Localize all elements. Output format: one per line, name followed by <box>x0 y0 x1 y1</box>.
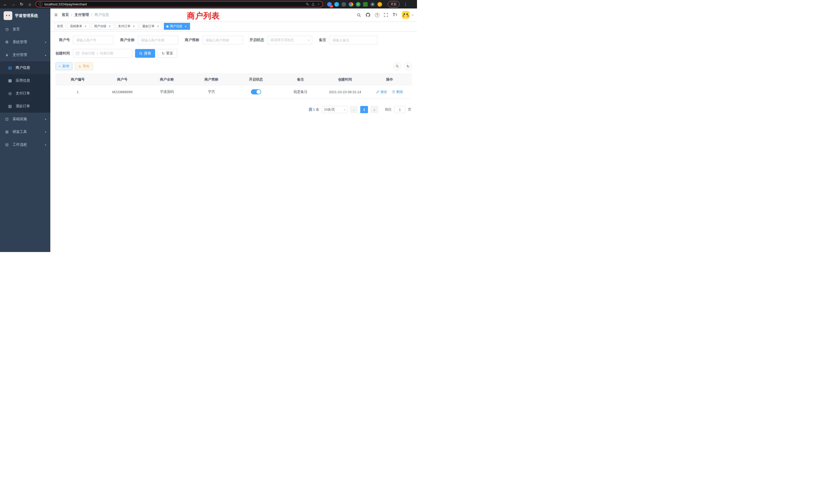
address-bar[interactable]: i localhost:1024/pay/merchant ☆ <box>36 1 323 7</box>
tab-merchant-info[interactable]: 商户信息 × <box>164 23 190 30</box>
create-time-range-picker[interactable]: 开始日期 - 结束日期 <box>73 49 132 58</box>
reset-button[interactable]: ↻ 重置 <box>158 49 177 58</box>
close-icon[interactable]: × <box>108 25 111 28</box>
remark-input[interactable] <box>329 36 377 44</box>
sidebar-item-infrastructure[interactable]: ⊡ 基础设施 ▾ <box>0 113 50 125</box>
logo-avatar <box>4 11 12 20</box>
sidebar-item-refund-order[interactable]: ▥ 退款订单 <box>0 100 50 113</box>
browser-back-icon[interactable]: ← <box>3 2 8 7</box>
prev-page-button[interactable]: ‹ <box>350 106 358 113</box>
export-button[interactable]: 导出 <box>75 62 93 70</box>
browser-update-button[interactable]: 更新 <box>388 1 399 7</box>
hamburger-icon[interactable]: ≡ <box>50 12 62 18</box>
extension-icon-8[interactable] <box>377 2 382 7</box>
sidebar-item-app-info[interactable]: ▦ 应用信息 <box>0 74 50 87</box>
sidebar-item-pay-order[interactable]: ◎ 支付订单 <box>0 87 50 100</box>
extension-icon-4[interactable] <box>349 2 353 7</box>
extension-badge: 10 <box>330 5 333 8</box>
github-icon[interactable] <box>366 13 370 17</box>
close-icon[interactable]: × <box>84 25 87 28</box>
close-icon[interactable]: × <box>184 25 188 28</box>
share-icon[interactable] <box>311 3 315 6</box>
browser-forward-icon[interactable]: → <box>11 2 16 7</box>
filter-label: 备注 <box>319 38 326 42</box>
full-name-input[interactable] <box>138 36 178 44</box>
toggle-search-icon[interactable] <box>393 62 401 70</box>
browser-menu-icon[interactable]: ⋮ <box>403 2 409 7</box>
refresh-glyph: ↻ <box>407 64 410 68</box>
chevron-down-icon: ▾ <box>344 108 345 111</box>
payment-submenu: ▤ 商户信息 ▦ 应用信息 ◎ 支付订单 ▥ 退款订单 <box>0 61 50 113</box>
breadcrumb-payment[interactable]: 支付管理 <box>74 13 89 17</box>
chevron-down-icon[interactable]: ▾ <box>412 14 413 17</box>
tab-label: 用户分组 <box>94 24 106 28</box>
font-size-small-glyph: T <box>395 13 397 17</box>
pagination: 共 1 条 10条/页 ▾ ‹ 1 › 前往 页 <box>56 106 412 113</box>
fullscreen-icon[interactable] <box>384 13 388 17</box>
sidebar-item-home[interactable]: ◷ 首页 <box>0 23 50 36</box>
next-page-button[interactable]: › <box>371 106 378 113</box>
tab-refund-order[interactable]: 退款订单 × <box>140 23 162 30</box>
breadcrumb-separator: / <box>71 13 72 17</box>
page-size-label: 10条/页 <box>324 108 335 112</box>
browser-reload-icon[interactable]: ↻ <box>19 2 24 7</box>
merchant-table: 商户编号 商户号 商户全称 商户简称 开启状态 备注 创建时间 操作 1 M23… <box>56 74 412 99</box>
tab-process-form[interactable]: 流程表单 × <box>67 23 90 30</box>
font-size-icon[interactable]: T T <box>393 13 397 17</box>
status-toggle[interactable] <box>251 89 261 94</box>
edit-link-label: 修改 <box>380 90 387 94</box>
merchant-no-input[interactable] <box>73 36 113 44</box>
bookmark-star-icon[interactable]: ☆ <box>317 2 320 6</box>
tab-label: 商户信息 <box>170 24 182 28</box>
tab-user-group[interactable]: 用户分组 × <box>91 23 114 30</box>
page-size-select[interactable]: 10条/页 ▾ <box>322 106 347 113</box>
sidebar-menu: ◷ 首页 ⚙ 系统管理 ▾ ¥ 支付管理 ▴ ▤ 商户信息 ▦ 应用 <box>0 23 50 151</box>
extension-icon-2[interactable] <box>334 2 339 7</box>
extension-icon-3[interactable] <box>342 2 346 7</box>
tab-pay-order[interactable]: 支付订单 × <box>115 23 138 30</box>
goto-page-input[interactable] <box>394 106 405 113</box>
sidebar-item-workflow[interactable]: ⊟ 工作流程 ▾ <box>0 138 50 151</box>
card-icon: ▤ <box>8 65 12 70</box>
filter-label: 开启状态 <box>249 38 264 42</box>
breadcrumb-home[interactable]: 首页 <box>62 13 69 17</box>
search-icon[interactable] <box>357 13 361 17</box>
sidebar-logo[interactable]: 芋道管理系统 <box>0 8 50 23</box>
chevron-down-icon: ▾ <box>308 39 309 42</box>
breadcrumb-separator: / <box>91 13 92 17</box>
extension-icon-5[interactable]: ✓ <box>356 2 360 7</box>
sidebar-item-merchant-info[interactable]: ▤ 商户信息 <box>0 61 50 74</box>
sidebar-item-dev-tools[interactable]: ⊞ 研发工具 ▾ <box>0 125 50 138</box>
close-icon[interactable]: × <box>132 25 136 28</box>
extension-icon-1[interactable]: 10 <box>327 2 332 7</box>
tab-home[interactable]: 首页 <box>54 23 66 30</box>
plus-icon: + <box>59 65 61 68</box>
monitor-icon: ⊡ <box>5 117 9 121</box>
sidebar-item-system[interactable]: ⚙ 系统管理 ▾ <box>0 36 50 48</box>
delete-link[interactable]: 删除 <box>392 90 403 94</box>
briefcase-icon: ⊟ <box>5 142 9 147</box>
site-info-icon[interactable]: i <box>39 2 42 6</box>
status-select[interactable]: 请选择开启状态 ▾ <box>267 36 312 44</box>
annotation-merchant-list: 商户列表 <box>187 10 220 21</box>
short-name-input[interactable] <box>202 36 243 44</box>
add-button[interactable]: + 新增 <box>56 62 72 70</box>
browser-home-icon[interactable]: ⌂ <box>27 2 32 7</box>
refresh-table-icon[interactable]: ↻ <box>404 62 412 70</box>
cell-status <box>234 85 278 99</box>
url-text[interactable]: localhost:1024/pay/merchant <box>44 3 304 6</box>
extension-icon-7[interactable] <box>370 2 375 7</box>
help-icon[interactable]: ? <box>375 13 379 17</box>
sidebar-item-label: 应用信息 <box>16 78 46 83</box>
search-button[interactable]: 搜索 <box>135 49 155 58</box>
close-icon[interactable]: × <box>156 25 160 28</box>
password-key-icon[interactable] <box>306 3 309 6</box>
filter-create-time: 创建时间 开始日期 - 结束日期 <box>56 49 132 58</box>
export-button-label: 导出 <box>83 64 90 69</box>
page-number-1[interactable]: 1 <box>360 106 368 113</box>
edit-link[interactable]: 修改 <box>376 90 387 94</box>
extension-icon-6[interactable] <box>363 2 368 7</box>
sidebar-item-payment[interactable]: ¥ 支付管理 ▴ <box>0 48 50 61</box>
font-size-large-glyph: T <box>393 13 395 17</box>
user-avatar[interactable] <box>402 11 410 19</box>
